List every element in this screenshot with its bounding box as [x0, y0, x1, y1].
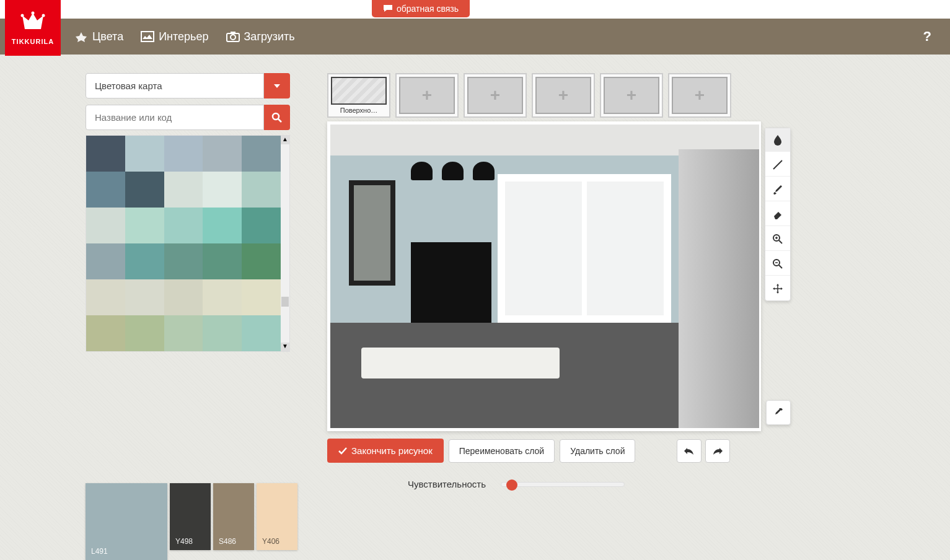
tool-panel: [765, 128, 791, 301]
selected-color-swatch[interactable]: S486: [213, 483, 254, 550]
swatch-grid: [86, 136, 281, 351]
thumb-img: [331, 77, 387, 105]
color-map-toggle[interactable]: [264, 73, 290, 98]
color-swatch[interactable]: [242, 315, 281, 351]
color-swatch[interactable]: [203, 243, 242, 279]
color-swatch[interactable]: [164, 279, 203, 315]
caret-down-icon: [274, 84, 280, 88]
tool-line[interactable]: [765, 153, 790, 177]
color-swatch[interactable]: [86, 136, 125, 172]
scroll-down-icon[interactable]: ▼: [281, 343, 289, 351]
brand-logo[interactable]: TIKKURILA: [5, 0, 61, 56]
main-panel: Поверхно… + + + + +: [327, 73, 761, 489]
rename-layer-button[interactable]: Переименовать слой: [449, 439, 555, 463]
svg-point-7: [273, 113, 279, 120]
svg-rect-6: [231, 32, 235, 34]
color-swatch[interactable]: [125, 172, 164, 208]
thumb-add-3[interactable]: +: [532, 73, 595, 118]
color-swatch[interactable]: [242, 136, 281, 172]
selected-color-swatch[interactable]: Y498: [170, 483, 211, 550]
selected-color-code: Y406: [262, 537, 279, 546]
svg-point-1: [21, 14, 24, 17]
svg-rect-3: [141, 32, 154, 42]
color-panel: Цветовая карта ▲ ▼: [86, 73, 290, 489]
color-swatch[interactable]: [242, 172, 281, 208]
history-buttons: [677, 439, 730, 463]
color-swatch[interactable]: [125, 315, 164, 351]
color-swatch[interactable]: [164, 172, 203, 208]
svg-line-8: [278, 119, 281, 122]
color-map-dropdown[interactable]: Цветовая карта: [86, 73, 290, 98]
thumb-add-5[interactable]: +: [668, 73, 731, 118]
tool-eyedropper[interactable]: [766, 400, 791, 425]
top-bar: обратная связь: [0, 0, 950, 19]
image-icon: [141, 31, 154, 42]
canvas-image[interactable]: [330, 125, 759, 428]
color-swatch[interactable]: [125, 136, 164, 172]
color-swatch[interactable]: [86, 172, 125, 208]
selected-color-code: L491: [91, 547, 108, 556]
scroll-up-icon[interactable]: ▲: [281, 136, 289, 144]
navbar: Цвета Интерьер Загрузить ?: [0, 19, 950, 55]
redo-button[interactable]: [705, 439, 730, 463]
selected-color-swatch[interactable]: L491: [86, 483, 167, 560]
nav-help[interactable]: ?: [923, 28, 931, 45]
plus-icon: +: [558, 85, 568, 105]
color-swatch[interactable]: [242, 279, 281, 315]
swatch-scrollbar[interactable]: ▲ ▼: [281, 136, 289, 351]
tool-eraser[interactable]: [765, 203, 790, 226]
nav-colors-label: Цвета: [92, 30, 123, 43]
sensitivity-slider[interactable]: [501, 482, 625, 487]
zoom-in-icon: [772, 234, 783, 245]
scroll-thumb[interactable]: [281, 297, 289, 307]
selected-color-swatch[interactable]: Y406: [257, 483, 297, 550]
color-swatch[interactable]: [86, 315, 125, 351]
color-swatch[interactable]: [125, 243, 164, 279]
tool-zoom-out[interactable]: [765, 252, 790, 276]
color-swatch[interactable]: [203, 208, 242, 243]
tool-fill[interactable]: [765, 128, 790, 152]
color-swatch[interactable]: [164, 315, 203, 351]
svg-line-9: [773, 160, 782, 169]
plus-icon: +: [422, 85, 432, 105]
thumb-add-1[interactable]: +: [395, 73, 459, 118]
tool-brush[interactable]: [765, 178, 790, 201]
selected-color-code: S486: [219, 537, 236, 546]
chat-icon: [383, 4, 393, 13]
color-swatch[interactable]: [242, 243, 281, 279]
color-swatch[interactable]: [203, 172, 242, 208]
undo-button[interactable]: [677, 439, 702, 463]
slider-handle[interactable]: [506, 479, 517, 491]
feedback-button[interactable]: обратная связь: [372, 0, 470, 17]
color-swatch[interactable]: [203, 315, 242, 351]
svg-line-11: [779, 240, 782, 243]
nav-colors[interactable]: Цвета: [74, 30, 123, 43]
delete-layer-button[interactable]: Удалить слой: [560, 439, 635, 463]
color-swatch[interactable]: [203, 136, 242, 172]
nav-upload[interactable]: Загрузить: [226, 30, 295, 43]
color-swatch[interactable]: [86, 279, 125, 315]
color-swatch[interactable]: [125, 208, 164, 243]
tool-move[interactable]: [765, 277, 790, 300]
finish-button[interactable]: Закончить рисунок: [327, 439, 444, 463]
color-swatch[interactable]: [203, 279, 242, 315]
finish-label: Закончить рисунок: [351, 445, 433, 456]
color-swatch[interactable]: [164, 136, 203, 172]
feedback-label: обратная связь: [397, 4, 459, 14]
color-swatch[interactable]: [125, 279, 164, 315]
color-search-input[interactable]: [86, 105, 264, 130]
thumb-add-2[interactable]: +: [464, 73, 527, 118]
thumb-surface-1[interactable]: Поверхно…: [327, 73, 390, 118]
color-swatch[interactable]: [164, 243, 203, 279]
color-swatch[interactable]: [164, 208, 203, 243]
color-search-button[interactable]: [264, 105, 290, 130]
thumb-strip: Поверхно… + + + + +: [327, 73, 761, 118]
sensitivity-row: Чувствительность: [327, 479, 761, 489]
thumb-add-4[interactable]: +: [600, 73, 663, 118]
color-swatch[interactable]: [242, 208, 281, 243]
color-swatch[interactable]: [86, 243, 125, 279]
tool-zoom-in[interactable]: [765, 227, 790, 251]
nav-interior[interactable]: Интерьер: [141, 30, 208, 43]
color-map-value: Цветовая карта: [86, 73, 264, 98]
color-swatch[interactable]: [86, 208, 125, 243]
